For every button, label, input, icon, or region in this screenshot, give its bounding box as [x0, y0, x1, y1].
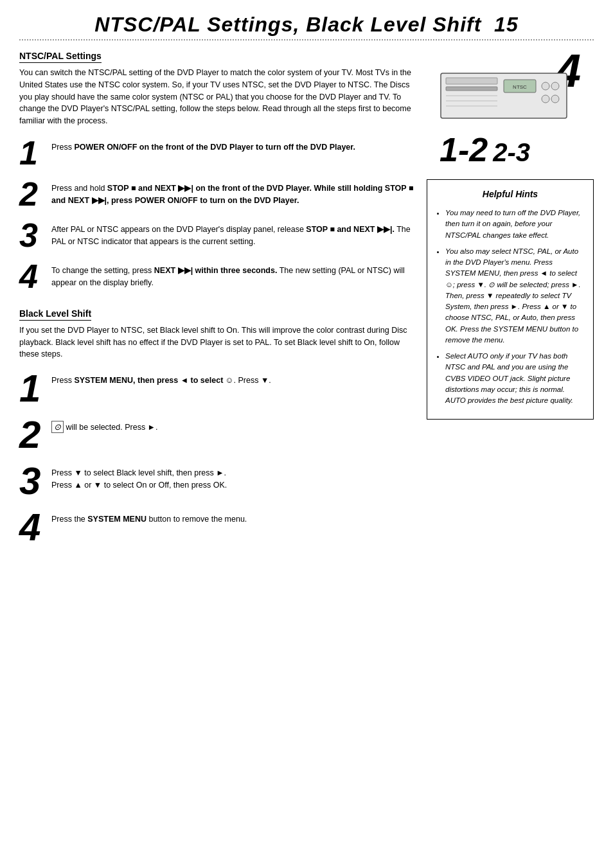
- bls-intro: If you set the DVD Player to NTSC, set B…: [19, 324, 414, 360]
- svg-point-6: [551, 82, 559, 90]
- hint-item-2: You also may select NTSC, PAL, or Auto i…: [445, 246, 584, 346]
- bls-step-2-number: 2: [19, 416, 45, 454]
- ntsc-step-2-text: Press and hold STOP ■ and NEXT ▶▶| on th…: [51, 184, 413, 205]
- bls-section: Black Level Shift If you set the DVD Pla…: [19, 308, 414, 547]
- svg-rect-2: [446, 87, 497, 91]
- svg-text:NTSC: NTSC: [513, 84, 527, 90]
- main-layout: NTSC/PAL Settings You can switch the NTS…: [19, 51, 594, 554]
- svg-point-5: [542, 82, 549, 90]
- bls-step-3-number: 3: [19, 462, 45, 500]
- bls-step-1-content: Press SYSTEM MENU, then press ◄ to selec…: [51, 369, 271, 387]
- ntsc-step-4-text: To change the setting, press NEXT ▶▶| wi…: [51, 266, 405, 287]
- step-indicator-right: 2-3: [493, 139, 530, 165]
- ntsc-pal-intro: You can switch the NTSC/PAL setting of t…: [19, 67, 414, 127]
- ntsc-step-4-number: 4: [19, 260, 45, 293]
- bls-step-2: 2 ⊙ will be selected. Press ►.: [19, 416, 414, 454]
- svg-point-7: [542, 95, 549, 103]
- ntsc-step-1: 1 Press POWER ON/OFF on the front of the…: [19, 136, 414, 170]
- bls-step-1: 1 Press SYSTEM MENU, then press ◄ to sel…: [19, 369, 414, 408]
- ntsc-step-3-content: After PAL or NTSC appears on the DVD Pla…: [51, 218, 414, 248]
- bls-heading: Black Level Shift: [19, 308, 91, 321]
- page-title: NTSC/PAL Settings, Black Level Shift 15: [19, 13, 594, 37]
- bls-step-4-text: Press the SYSTEM MENU button to remove t…: [51, 515, 247, 524]
- bls-step-2-content: ⊙ will be selected. Press ►.: [51, 416, 157, 434]
- svg-point-8: [551, 95, 559, 103]
- ntsc-step-3-text: After PAL or NTSC appears on the DVD Pla…: [51, 225, 411, 246]
- bls-step-2-text: ⊙ will be selected. Press ►.: [51, 423, 157, 432]
- hints-title: Helpful Hints: [436, 188, 584, 201]
- ntsc-step-4: 4 To change the setting, press NEXT ▶▶| …: [19, 260, 414, 293]
- bls-step-1-number: 1: [19, 369, 45, 408]
- hints-list: You may need to turn off the DVD Player,…: [436, 208, 584, 406]
- ntsc-step-1-number: 1: [19, 136, 45, 170]
- dvd-player-diagram: NTSC: [440, 64, 568, 128]
- bls-step-4-number: 4: [19, 508, 45, 547]
- ntsc-step-2-content: Press and hold STOP ■ and NEXT ▶▶| on th…: [51, 177, 414, 207]
- helpful-hints-box: Helpful Hints You may need to turn off t…: [427, 179, 594, 420]
- ntsc-step-2-number: 2: [19, 177, 45, 211]
- ntsc-step-4-content: To change the setting, press NEXT ▶▶| wi…: [51, 260, 414, 289]
- step-indicator-left: 1-2: [440, 133, 488, 166]
- ntsc-step-1-text: Press POWER ON/OFF on the front of the D…: [51, 143, 355, 152]
- diagram-area: 4 NTSC: [427, 51, 594, 166]
- ntsc-step-3: 3 After PAL or NTSC appears on the DVD P…: [19, 218, 414, 252]
- right-column: 4 NTSC: [427, 51, 594, 554]
- svg-rect-1: [446, 78, 497, 84]
- hint-item-3: Select AUTO only if your TV has both NTS…: [445, 351, 584, 406]
- ntsc-step-3-number: 3: [19, 218, 45, 252]
- hint-item-1: You may need to turn off the DVD Player,…: [445, 208, 584, 241]
- bls-step-4: 4 Press the SYSTEM MENU button to remove…: [19, 508, 414, 547]
- ntsc-step-2: 2 Press and hold STOP ■ and NEXT ▶▶| on …: [19, 177, 414, 211]
- bls-step-3-content: Press ▼ to select Black level shift, the…: [51, 462, 227, 492]
- bls-step-1-text: Press SYSTEM MENU, then press ◄ to selec…: [51, 376, 271, 385]
- title-divider: [19, 39, 594, 40]
- ntsc-pal-heading: NTSC/PAL Settings: [19, 51, 102, 63]
- bls-step-4-content: Press the SYSTEM MENU button to remove t…: [51, 508, 247, 526]
- bls-step-3-line1: Press ▼ to select Black level shift, the…: [51, 468, 227, 490]
- ntsc-step-1-content: Press POWER ON/OFF on the front of the D…: [51, 136, 355, 154]
- bls-step-3: 3 Press ▼ to select Black level shift, t…: [19, 462, 414, 500]
- ntsc-pal-section: NTSC/PAL Settings You can switch the NTS…: [19, 51, 414, 293]
- left-column: NTSC/PAL Settings You can switch the NTS…: [19, 51, 414, 554]
